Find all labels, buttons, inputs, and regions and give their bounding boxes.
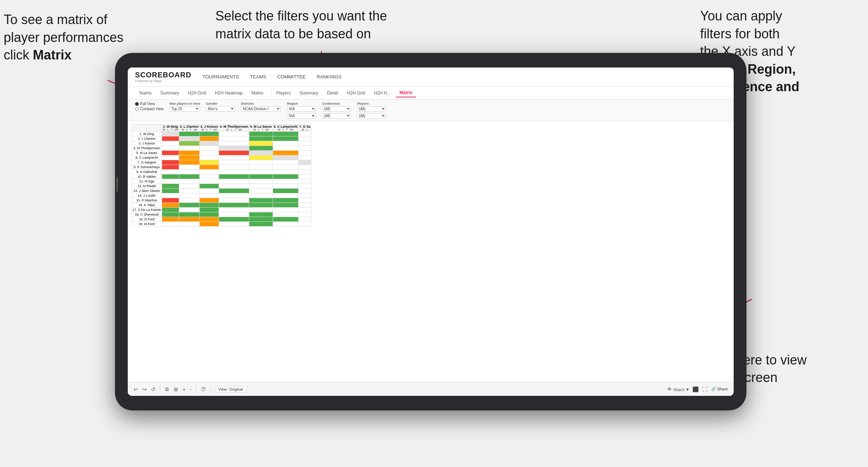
matrix-cell (200, 179, 219, 184)
matrix-cell (249, 141, 273, 146)
matrix-cell (162, 170, 179, 174)
subnav-matrix-active[interactable]: Matrix (396, 89, 416, 97)
matrix-cell (162, 132, 179, 136)
gender-select[interactable]: Men's (206, 106, 235, 112)
row-label: 2. L Clanton (132, 136, 162, 141)
matrix-cell (298, 193, 311, 198)
annotation-topcenter-text: Select the filters you want the matrix d… (215, 8, 387, 41)
matrix-cell (200, 184, 219, 189)
row-label: 13. J Skov Olesen (132, 189, 162, 193)
players-select-x[interactable]: (All) (357, 106, 386, 112)
zoom-in-icon[interactable]: + (183, 386, 185, 392)
row-label: 8. P Summerhays (132, 165, 162, 170)
toolbar-separator-3 (210, 386, 211, 393)
matrix-cell (273, 222, 298, 227)
matrix-cell (249, 160, 273, 165)
annotation-line1: To see a matrix of (4, 12, 107, 27)
conference-select-x[interactable]: (All) (322, 106, 351, 112)
bottom-toolbar: ↩ ↪ ↺ ⚙ ⊞ + - ⏱ View: Original 👁 Watch ▾… (128, 382, 734, 396)
radio-compact-view[interactable]: Compact View (135, 107, 164, 111)
subnav-teams[interactable]: Teams (135, 89, 155, 97)
matrix-cell (162, 198, 179, 203)
matrix-cell (200, 170, 219, 174)
matrix-cell (273, 136, 298, 141)
share-button[interactable]: 🔗 Share (711, 387, 728, 391)
refresh-icon[interactable]: ↺ (151, 386, 155, 392)
redo-icon[interactable]: ↪ (142, 386, 147, 392)
settings-icon[interactable]: ⚙ (165, 386, 169, 392)
zoom-out-icon[interactable]: - (190, 386, 192, 392)
matrix-cell (179, 151, 199, 155)
clock-icon[interactable]: ⏱ (201, 386, 206, 392)
nav-teams[interactable]: TEAMS (250, 73, 266, 81)
radio-full-view[interactable]: Full View (135, 102, 164, 106)
matrix-cell (249, 132, 273, 136)
matrix-cell (219, 136, 249, 141)
nav-committee[interactable]: COMMITTEE (277, 73, 306, 81)
nav-tournaments[interactable]: TOURNAMENTS (202, 73, 239, 81)
subnav-h2h-heatmap[interactable]: H2H Heatmap (211, 89, 246, 97)
expand-icon[interactable]: ⛶ (702, 386, 707, 392)
matrix-cell (219, 193, 249, 198)
matrix-cell (219, 208, 249, 212)
logo-title: SCOREBOARD (135, 71, 191, 79)
matrix-cell (298, 203, 311, 208)
subnav-h2h-grid2[interactable]: H2H Grid (343, 89, 369, 97)
matrix-cell (249, 222, 273, 227)
matrix-cell (298, 184, 311, 189)
players-label: Players (357, 102, 386, 105)
matrix-cell (200, 165, 219, 170)
row-label: 5. M La Sasso (132, 151, 162, 155)
matrix-cell (273, 217, 298, 222)
row-label: 7. G Sargent (132, 160, 162, 165)
matrix-cell (179, 155, 199, 160)
subnav-players[interactable]: Players (271, 89, 294, 97)
matrix-cell (273, 146, 298, 151)
subnav-h2h-grid[interactable]: H2H Grid (184, 89, 210, 97)
grid-icon[interactable]: ⊞ (174, 386, 178, 392)
col-header-1: 1. W Ding W L T Dif (162, 124, 179, 132)
matrix-cell (249, 170, 273, 174)
filter-players: Players (All) (All) (357, 102, 386, 119)
matrix-cell (162, 217, 179, 222)
corner-cell (132, 124, 162, 132)
matrix-cell (298, 208, 311, 212)
matrix-cell (298, 151, 311, 155)
toolbar-separator-1 (160, 386, 160, 393)
matrix-cell (219, 160, 249, 165)
conference-select-y[interactable]: (All) (322, 113, 351, 119)
annotation-line3-bold: Matrix (33, 47, 72, 62)
subnav-h2h-h[interactable]: H2H H... (370, 89, 394, 97)
matrix-cell (219, 165, 249, 170)
layout-icon[interactable]: ⬛ (692, 386, 699, 392)
row-label: 4. M Thorbjornsen (132, 146, 162, 151)
subnav-summary2[interactable]: Summary (296, 89, 322, 97)
matrix-table: 1. W Ding W L T Dif 2. L Clanton W L T D… (131, 124, 311, 227)
row-label: 10. B Valdes (132, 174, 162, 179)
row-label: 17. S De La Fuente (132, 208, 162, 212)
max-players-select[interactable]: Top 25 (169, 106, 200, 112)
annotation-topcenter: Select the filters you want the matrix d… (215, 7, 405, 43)
view-original-button[interactable]: View: Original (215, 386, 246, 393)
undo-icon[interactable]: ↩ (134, 386, 138, 392)
matrix-cell (162, 184, 179, 189)
matrix-container[interactable]: 1. W Ding W L T Dif 2. L Clanton W L T D… (128, 121, 734, 382)
region-select-y[interactable]: N/A (287, 113, 316, 119)
matrix-cell (162, 212, 179, 217)
matrix-cell (179, 160, 199, 165)
row-label: 9. N Gabrelcik (132, 170, 162, 174)
nav-rankings[interactable]: RANKINGS (316, 73, 341, 81)
subnav-detail[interactable]: Detail (323, 89, 342, 97)
players-select-y[interactable]: (All) (357, 113, 386, 119)
subnav-matrix[interactable]: Matrix (248, 89, 267, 97)
region-select-x[interactable]: N/A (287, 106, 316, 112)
sub-nav: Teams Summary H2H Grid H2H Heatmap Matri… (128, 86, 734, 100)
division-select[interactable]: NCAA Division I (241, 106, 281, 112)
matrix-cell (162, 179, 179, 184)
matrix-cell (273, 193, 298, 198)
subnav-summary[interactable]: Summary (157, 89, 183, 97)
matrix-cell (273, 208, 298, 212)
matrix-cell (298, 179, 311, 184)
matrix-cell (179, 222, 199, 227)
watch-button[interactable]: 👁 Watch ▾ (667, 386, 689, 392)
